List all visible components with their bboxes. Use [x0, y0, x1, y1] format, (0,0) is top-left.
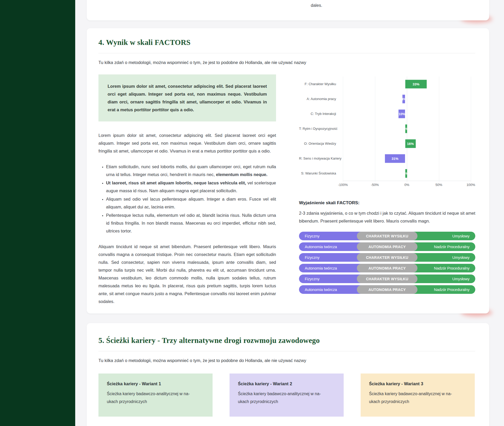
chart-bar: 10% [398, 109, 405, 118]
scale-row: Autonomia twórcza Nadzór Proceduralny AU… [299, 264, 475, 272]
career-card-title: Ścieżka kariery - Wariant 1 [107, 381, 204, 386]
scale-center-pill: AUTONOMIA PRACY [357, 242, 418, 251]
chart-row-plot: 3% [339, 166, 471, 181]
bullet-list: Etiam sollicitudin, nunc sed lobortis mo… [98, 163, 276, 235]
chart-axis-tick-label: 50% [435, 183, 442, 187]
career-card-title: Ścieżka kariery - Wariant 3 [369, 381, 466, 386]
explanation-title: Wyjaśnienie skali FACTORS: [299, 200, 475, 206]
scale-center-pill: AUTONOMIA PRACY [357, 264, 418, 272]
chart-row: T: Rytm i Dyspozycyjność3% [299, 121, 475, 136]
highlight-box: Lorem ipsum dolor sit amet, consectetur … [98, 74, 276, 121]
chart-row-plot: 10% [339, 106, 471, 121]
chart-row: C: Tryb Interakcji10% [299, 106, 475, 121]
bullet-item: Pellentesque lectus nulla, elementum vel… [106, 211, 276, 235]
chart-category-label: O: Orientacja Wiedzy [299, 142, 339, 145]
divider [98, 351, 475, 351]
chart-bar-value-label: 3% [405, 171, 407, 175]
chart-row: A: Autonomia pracy4% [299, 91, 475, 106]
chart-bar-value-label: 33% [413, 82, 419, 86]
chart-bar: 33% [405, 80, 427, 88]
section-4-subtitle: Tu kilka zdań o metodologii, można wspom… [98, 60, 475, 65]
career-card-variant-3: Ścieżka kariery - Wariant 3 Ścieżka kari… [361, 374, 475, 417]
career-variant-cards: Ścieżka kariery - Wariant 1 Ścieżka kari… [98, 374, 475, 417]
chart-category-label: S: Warunki Środowiska [299, 171, 339, 175]
chart-bar: 31% [385, 154, 405, 163]
section-5-card: 5. Ścieżki kariery - Trzy alternatywne d… [87, 323, 489, 426]
section-4-heading: 4. Wynik w skali FACTORS [98, 38, 475, 47]
sidebar [0, 0, 75, 426]
chart-bar: 4% [402, 95, 405, 103]
chart-bar-value-label: 3% [405, 127, 407, 131]
scale-center-pill: CHARAKTER WYSIŁKU [357, 275, 418, 283]
section-4-card: 4. Wynik w skali FACTORS Tu kilka zdań o… [87, 28, 489, 313]
body-paragraph-1: Lorem ipsum dolor sit amet, consectetur … [98, 131, 276, 155]
previous-section-card: dales. [87, 0, 489, 20]
section-4-right-column: F: Charakter Wysiłku33%A: Autonomia prac… [299, 74, 475, 313]
career-card-desc: Ścieżka kariery badawczo-analitycznej w … [107, 390, 204, 406]
chart-axis-tick-label: -100% [338, 183, 348, 187]
body-paragraph-2: Aliquam tincidunt id neque sit amet bibe… [98, 243, 276, 305]
chart-row-plot: 16% [339, 136, 471, 151]
chart-bar: 16% [405, 139, 416, 148]
chart-x-axis: -100%-50%0%50%100% [343, 181, 471, 189]
chart-category-label: R: Sens i motywacja Kariery [299, 156, 339, 160]
chart-category-label: C: Tryb Interakcji [299, 112, 339, 116]
chart-category-label: T: Rytm i Dyspozycyjność [299, 127, 339, 131]
chart-bar: 3% [405, 124, 407, 133]
chart-row: S: Warunki Środowiska3% [299, 166, 475, 181]
career-card-variant-1: Ścieżka kariery - Wariant 1 Ścieżka kari… [98, 374, 213, 417]
divider [98, 53, 475, 53]
chart-row: R: Sens i motywacja Kariery31% [299, 151, 475, 166]
scale-row: Autonomia twórcza Nadzór Proceduralny AU… [299, 285, 475, 294]
explanation-text: 2-3 zdania wyjaśnienia, o co w tym chodz… [299, 209, 475, 225]
scale-center-pill: CHARAKTER WYSIŁKU [357, 253, 418, 262]
chart-row: O: Orientacja Wiedzy16% [299, 136, 475, 151]
chart-plot-area: F: Charakter Wysiłku33%A: Autonomia prac… [299, 77, 475, 181]
section-4-left-column: Lorem ipsum dolor sit amet, consectetur … [98, 74, 276, 313]
previous-paragraph-tail: dales. [311, 3, 322, 8]
chart-row-plot: 3% [339, 121, 471, 136]
scale-center-pill: CHARAKTER WYSIŁKU [357, 232, 418, 240]
chart-row-plot: 4% [339, 91, 471, 106]
chart-bar-value-label: 31% [391, 156, 398, 160]
chart-axis-tick-label: 0% [405, 183, 409, 187]
chart-row: F: Charakter Wysiłku33% [299, 77, 475, 91]
chart-row-plot: 33% [339, 77, 471, 91]
chart-axis-tick-label: -50% [371, 183, 379, 187]
career-card-title: Ścieżka kariery - Wariant 2 [238, 381, 335, 386]
scale-center-pill: AUTONOMIA PRACY [357, 285, 418, 294]
section-5-subtitle: Tu kilka zdań o metodologii, można wspom… [98, 358, 475, 363]
bullet-item: Ut laoreet, risus sit amet aliquam lobor… [106, 179, 276, 195]
chart-bar-value-label: 10% [398, 112, 405, 116]
bullet-item: Etiam sollicitudin, nunc sed lobortis mo… [106, 163, 276, 178]
career-card-desc: Ścieżka kariery badawczo-analitycznej w … [369, 390, 466, 406]
chart-axis-tick-label: 100% [466, 183, 475, 187]
section-5-heading: 5. Ścieżki kariery - Trzy alternatywne d… [98, 336, 475, 345]
chart-bar-value-label: 4% [402, 97, 405, 101]
highlight-box-text: Lorem ipsum dolor sit amet, consectetur … [108, 82, 267, 114]
factors-bar-chart: F: Charakter Wysiłku33%A: Autonomia prac… [299, 77, 475, 189]
scale-row: Fizyczny Umysłowy CHARAKTER WYSIŁKU [299, 253, 475, 262]
chart-bar-value-label: 16% [407, 142, 414, 145]
scale-row: Fizyczny Umysłowy CHARAKTER WYSIŁKU [299, 275, 475, 283]
scale-row: Autonomia twórcza Nadzór Proceduralny AU… [299, 242, 475, 251]
chart-row-plot: 31% [339, 151, 471, 166]
chart-category-label: F: Charakter Wysiłku [299, 82, 339, 86]
scale-row: Fizyczny Umysłowy CHARAKTER WYSIŁKU [299, 232, 475, 240]
chart-category-label: A: Autonomia pracy [299, 97, 339, 101]
career-card-desc: Ścieżka kariery badawczo-analitycznej w … [238, 390, 335, 406]
report-page: dales. 4. Wynik w skali FACTORS Tu kilka… [0, 0, 504, 426]
chart-bar: 3% [405, 169, 407, 178]
bullet-item: Aliquam sed odio vel lacus pellentesque … [106, 195, 276, 211]
career-card-variant-2: Ścieżka kariery - Wariant 2 Ścieżka kari… [230, 374, 344, 417]
factors-scales: Fizyczny Umysłowy CHARAKTER WYSIŁKU Auto… [299, 232, 475, 294]
